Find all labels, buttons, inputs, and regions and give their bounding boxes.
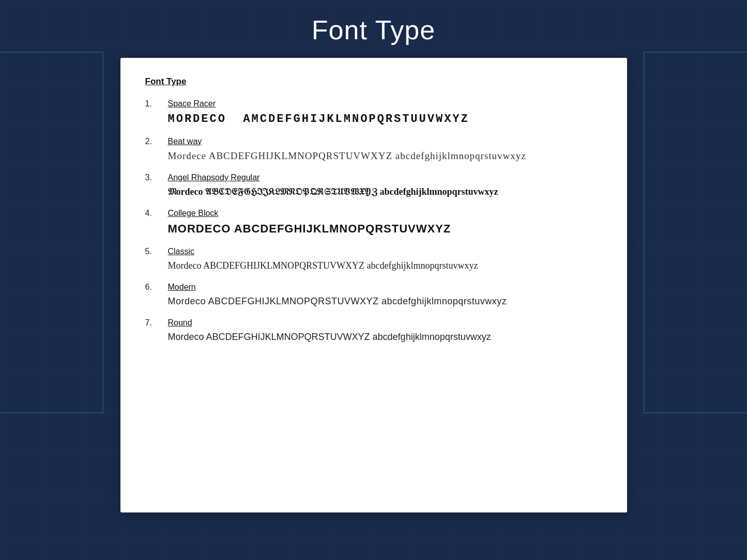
page-title: Font Type <box>0 0 747 58</box>
card-heading: Font Type <box>145 76 602 87</box>
font-sample: 𝔐ordeco 𝔄𝔅ℭ𝔇𝔈𝔉𝔊ℌℑ𝔍𝔎𝔏𝔐𝔑𝔒𝔓𝔔ℜ𝔖𝔗𝔘𝔙𝔚𝔛𝔜ℨ abcde… <box>168 186 602 197</box>
list-item: 1. Space Racer MORDECO AMCDEFGHIJKLMNOPQ… <box>145 99 602 126</box>
font-sample: Mordece ABCDEFGHIJKLMNOPQRSTUVWXYZ abcde… <box>168 150 602 162</box>
font-number: 6. <box>145 283 158 292</box>
font-name: Beat way <box>168 137 202 146</box>
font-sample: MORDECO AMCDEFGHIJKLMNOPQRSTUUVWXYZ <box>168 113 602 126</box>
content-card: Font Type 1. Space Racer MORDECO AMCDEFG… <box>120 58 627 512</box>
font-number: 3. <box>145 173 158 182</box>
font-number: 5. <box>145 247 158 256</box>
font-name: College Block <box>168 209 219 218</box>
list-item: 2. Beat way Mordece ABCDEFGHIJKLMNOPQRST… <box>145 137 602 162</box>
font-sample: Mordeco ABCDEFGHIJKLMNOPQRSTUVWXYZ abcde… <box>168 260 602 271</box>
list-item: 3. Angel Rhapsody Regular 𝔐ordeco 𝔄𝔅ℭ𝔇𝔈𝔉… <box>145 173 602 197</box>
font-list: 1. Space Racer MORDECO AMCDEFGHIJKLMNOPQ… <box>145 99 602 343</box>
list-item: 7. Round Mordeco ABCDEFGHIJKLMNOPQRSTUVW… <box>145 318 602 343</box>
font-number: 2. <box>145 137 158 146</box>
font-name: Modern <box>168 283 196 292</box>
font-number: 4. <box>145 209 158 218</box>
font-number: 7. <box>145 318 158 328</box>
font-name: Angel Rhapsody Regular <box>168 173 260 182</box>
font-name: Round <box>168 318 192 328</box>
bg-left-decoration <box>0 52 103 413</box>
font-name: Classic <box>168 247 195 256</box>
bg-right-decoration <box>644 52 747 413</box>
font-number: 1. <box>145 99 158 108</box>
font-sample: MORDECO ABCDEFGHIJKLMNOPQRSTUVWXYZ <box>168 222 602 236</box>
list-item: 6. Modern Mordeco ABCDEFGHIJKLMNOPQRSTUV… <box>145 283 602 307</box>
list-item: 4. College Block MORDECO ABCDEFGHIJKLMNO… <box>145 209 602 236</box>
list-item: 5. Classic Mordeco ABCDEFGHIJKLMNOPQRSTU… <box>145 247 602 271</box>
font-name: Space Racer <box>168 99 216 108</box>
font-sample: Mordeco ABCDEFGHIJKLMNOPQRSTUVWXYZ abcde… <box>168 332 602 343</box>
font-sample: Mordeco ABCDEFGHIJKLMNOPQRSTUVWXYZ abcde… <box>168 296 602 307</box>
